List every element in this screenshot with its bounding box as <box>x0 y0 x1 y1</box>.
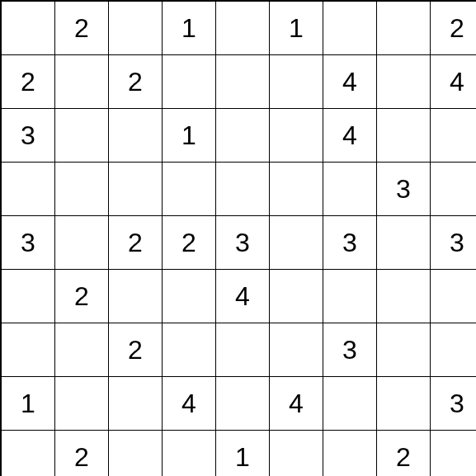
grid-cell[interactable] <box>109 377 163 431</box>
grid-cell[interactable]: 4 <box>323 109 377 163</box>
grid-row: 2 3 <box>1 323 476 377</box>
grid-cell[interactable]: 2 <box>55 1 109 55</box>
grid-cell[interactable] <box>109 1 163 55</box>
grid-body: 2 1 1 2 2 2 4 4 3 1 4 <box>1 1 476 476</box>
grid-cell[interactable] <box>55 109 109 163</box>
grid-row: 2 2 4 4 <box>1 55 476 109</box>
grid-cell[interactable]: 3 <box>1 216 55 270</box>
grid-cell[interactable]: 2 <box>109 55 163 109</box>
grid-row: 3 <box>1 163 476 216</box>
grid-cell[interactable]: 4 <box>323 55 377 109</box>
grid-cell[interactable] <box>109 163 163 216</box>
grid-row: 2 4 <box>1 270 476 323</box>
grid-cell[interactable]: 1 <box>270 1 323 55</box>
grid-cell[interactable] <box>109 431 163 477</box>
grid-row: 3 1 4 <box>1 109 476 163</box>
grid-cell[interactable] <box>163 163 216 216</box>
grid-cell[interactable] <box>216 109 270 163</box>
grid-cell[interactable] <box>431 109 477 163</box>
grid-cell[interactable] <box>377 55 431 109</box>
grid-cell[interactable]: 3 <box>323 323 377 377</box>
grid-cell[interactable] <box>323 431 377 477</box>
grid-cell[interactable]: 1 <box>1 377 55 431</box>
grid-cell[interactable]: 2 <box>431 1 477 55</box>
grid-cell[interactable] <box>55 163 109 216</box>
grid-cell[interactable]: 4 <box>431 55 477 109</box>
grid-cell[interactable]: 2 <box>109 216 163 270</box>
grid-cell[interactable]: 2 <box>55 431 109 477</box>
grid-cell[interactable] <box>270 163 323 216</box>
grid-cell[interactable]: 3 <box>323 216 377 270</box>
grid-cell[interactable] <box>55 323 109 377</box>
grid-cell[interactable] <box>431 270 477 323</box>
grid-cell[interactable] <box>323 1 377 55</box>
grid-cell[interactable] <box>270 55 323 109</box>
grid-cell[interactable] <box>163 55 216 109</box>
grid-row: 2 1 2 <box>1 431 476 477</box>
grid-cell[interactable] <box>377 1 431 55</box>
grid-cell[interactable]: 2 <box>377 431 431 477</box>
grid-cell[interactable] <box>109 270 163 323</box>
grid-cell[interactable] <box>377 216 431 270</box>
number-grid: 2 1 1 2 2 2 4 4 3 1 4 <box>0 0 476 476</box>
grid-cell[interactable]: 4 <box>163 377 216 431</box>
grid-cell[interactable] <box>270 109 323 163</box>
grid-cell[interactable] <box>377 377 431 431</box>
grid-cell[interactable] <box>216 323 270 377</box>
grid-cell[interactable] <box>1 270 55 323</box>
grid-cell[interactable] <box>323 270 377 323</box>
grid-cell[interactable]: 1 <box>216 431 270 477</box>
grid-cell[interactable] <box>431 431 477 477</box>
grid-cell[interactable] <box>377 270 431 323</box>
grid-row: 3 2 2 3 3 3 <box>1 216 476 270</box>
grid-cell[interactable] <box>1 163 55 216</box>
grid-cell[interactable] <box>270 323 323 377</box>
grid-cell[interactable] <box>270 431 323 477</box>
grid-row: 2 1 1 2 <box>1 1 476 55</box>
grid-cell[interactable]: 4 <box>216 270 270 323</box>
grid-cell[interactable] <box>109 109 163 163</box>
grid-cell[interactable] <box>323 377 377 431</box>
grid-cell[interactable] <box>216 377 270 431</box>
grid-cell[interactable] <box>1 431 55 477</box>
grid-cell[interactable]: 3 <box>431 216 477 270</box>
grid-cell[interactable]: 1 <box>163 1 216 55</box>
grid-cell[interactable]: 1 <box>163 109 216 163</box>
grid-cell[interactable] <box>270 270 323 323</box>
grid-cell[interactable] <box>377 109 431 163</box>
grid-cell[interactable] <box>270 216 323 270</box>
grid-cell[interactable] <box>55 377 109 431</box>
grid-cell[interactable] <box>431 323 477 377</box>
grid-cell[interactable] <box>163 431 216 477</box>
grid-cell[interactable] <box>55 55 109 109</box>
grid-cell[interactable]: 3 <box>431 377 477 431</box>
grid-cell[interactable]: 3 <box>1 109 55 163</box>
grid-cell[interactable]: 3 <box>377 163 431 216</box>
grid-cell[interactable] <box>431 163 477 216</box>
grid-cell[interactable] <box>163 323 216 377</box>
grid-cell[interactable]: 2 <box>109 323 163 377</box>
grid-row: 1 4 4 3 <box>1 377 476 431</box>
grid-cell[interactable]: 2 <box>55 270 109 323</box>
grid-cell[interactable] <box>216 163 270 216</box>
grid-cell[interactable] <box>216 55 270 109</box>
grid-cell[interactable]: 3 <box>216 216 270 270</box>
grid-cell[interactable]: 2 <box>163 216 216 270</box>
grid-cell[interactable]: 4 <box>270 377 323 431</box>
grid-cell[interactable] <box>377 323 431 377</box>
grid-cell[interactable] <box>1 1 55 55</box>
grid-cell[interactable] <box>216 1 270 55</box>
grid-cell[interactable] <box>323 163 377 216</box>
grid-cell[interactable] <box>55 216 109 270</box>
grid-cell[interactable] <box>1 323 55 377</box>
grid-cell[interactable]: 2 <box>1 55 55 109</box>
grid-cell[interactable] <box>163 270 216 323</box>
